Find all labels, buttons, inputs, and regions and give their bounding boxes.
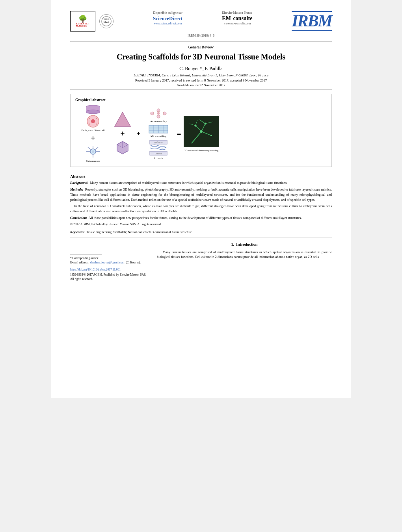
footnote-divider <box>70 254 102 254</box>
svg-point-49 <box>200 130 203 133</box>
copyright: © 2017 AGBM, Published by Elsevier Masso… <box>70 222 332 227</box>
elsevier-tree-icon: 🌳 <box>78 15 87 22</box>
neuron-shape <box>85 145 101 159</box>
auto-assembly-shape <box>148 108 169 119</box>
sciencedirect-logo: ScienceDirect <box>153 15 183 22</box>
svg-point-5 <box>86 110 100 114</box>
background-label: Background: <box>70 181 88 185</box>
embryonic-label: Embryonic Stem cell <box>81 129 104 132</box>
result-label: 3D neuronal tissue engineering <box>184 149 218 152</box>
ga-methods: Auto-assembly Micromolding <box>143 108 174 160</box>
svg-point-50 <box>194 125 196 127</box>
svg-point-7 <box>91 119 95 123</box>
header: 🌳 ELSEVIERMASSON Cross Mark Disponible e… <box>70 11 332 32</box>
micromolding-group: Micromolding <box>148 124 169 138</box>
intro-number: 1. <box>231 242 234 247</box>
micromolding-label: Micromolding <box>151 135 166 138</box>
svg-text:Mark: Mark <box>104 21 110 23</box>
acoustic-group: Reflector Ceramic Acoustic <box>147 139 170 160</box>
background-para: Background: Many human tissues are compr… <box>70 180 332 185</box>
svg-point-8 <box>89 118 90 119</box>
equals-sign: = <box>177 130 181 139</box>
intro-paragraph: Many human tissues are comprised of mult… <box>157 250 332 259</box>
available-info: Available online 22 November 2017 <box>70 83 332 87</box>
elsevier-logo: 🌳 ELSEVIERMASSON <box>70 11 95 32</box>
rats-label: Rats neurons <box>86 159 100 163</box>
plus-sign-1: + <box>91 134 95 142</box>
abstract-text: Background: Many human tissues are compr… <box>70 180 332 226</box>
page: 🌳 ELSEVIERMASSON Cross Mark Disponible e… <box>51 0 351 398</box>
svg-text:Ceramic: Ceramic <box>155 152 162 155</box>
col-right: 1. Introduction Many human tissues are c… <box>157 242 332 282</box>
introduction-title: 1. Introduction <box>157 242 332 247</box>
irbm-logo: IRBM <box>292 11 332 31</box>
em-bar <box>232 16 233 21</box>
plus-sign-2: + <box>120 130 125 137</box>
email-link[interactable]: charlene.bouyer@gmail.com <box>90 261 125 264</box>
irbm-logo-container: IRBM <box>292 11 332 31</box>
result-image <box>184 116 219 147</box>
header-em-consulte: Elsevier Masson France EM consulte www.e… <box>222 11 252 25</box>
email-suffix: (C. Bouyer). <box>126 261 141 264</box>
email-label: E-mail address: <box>70 261 89 264</box>
micromolding-shape <box>148 124 169 134</box>
ga-cells: Embryonic Stem cell + <box>75 105 111 163</box>
svg-marker-20 <box>115 112 130 126</box>
methods-para: Methods: Recently, strategies such as 3D… <box>70 187 332 202</box>
ga-row: Embryonic Stem cell + <box>75 105 327 163</box>
svg-point-29 <box>157 112 160 115</box>
keywords-text: Tissue engineering; Scaffolds; Neural co… <box>86 230 192 234</box>
acoustic-label: Acoustic <box>154 157 164 160</box>
em-consulte-link: www.em-consulte.com <box>222 22 252 25</box>
elsevier-text: ELSEVIERMASSON <box>76 22 89 27</box>
col-left: * Corresponding author. E-mail address: … <box>70 242 149 282</box>
methods-label: Methods: <box>70 187 83 191</box>
keywords-divider <box>70 237 332 237</box>
stem-cell-shape <box>86 115 100 128</box>
footnote-star: * Corresponding author. <box>70 256 149 260</box>
keywords-label: Keywords: <box>70 230 85 234</box>
header-logos-left: 🌳 ELSEVIERMASSON Cross Mark <box>70 11 114 32</box>
plus-sign-3: + <box>137 130 140 137</box>
crossmark-logo: Cross Mark <box>99 14 114 28</box>
intro-title: Introduction <box>236 242 257 247</box>
sciencedirect-link: www.sciencedirect.com <box>153 22 183 25</box>
svg-point-13 <box>92 150 94 153</box>
author-names: C. Bouyer *, F. Padilla <box>179 66 222 71</box>
conclusion-label: Conclusion: <box>70 216 87 220</box>
ga-title: Graphical abstract <box>75 98 327 102</box>
header-divider <box>70 41 332 42</box>
field-para: In the field of neuronal 3D constructs f… <box>70 204 332 214</box>
intro-text: Many human tissues are comprised of mult… <box>157 250 332 260</box>
doi-link[interactable]: https://doi.org/10.1016/j.irbm.2017.11.0… <box>70 268 149 271</box>
prism-shape <box>114 111 131 128</box>
svg-line-19 <box>95 147 98 150</box>
doi-section: https://doi.org/10.1016/j.irbm.2017.11.0… <box>70 268 149 282</box>
field-text: In the field of neuronal 3D constructs f… <box>70 204 332 213</box>
footnote-email: E-mail address: charlene.bouyer@gmail.co… <box>70 260 149 265</box>
svg-point-51 <box>204 123 206 125</box>
svg-point-9 <box>96 118 97 119</box>
conclusion-para: Conclusion: All those possibilities open… <box>70 215 332 221</box>
background-text: Many human tissues are comprised of mult… <box>90 181 288 185</box>
embryonic-group: Embryonic Stem cell <box>81 105 104 132</box>
svg-point-10 <box>89 124 90 125</box>
cube-shape <box>114 139 131 156</box>
journal-info: IRBM 39 (2018) 4–8 <box>70 34 332 37</box>
em-text: EM <box>222 15 231 22</box>
svg-point-52 <box>210 135 212 136</box>
abstract-section: Abstract Background: Many human tissues … <box>70 174 332 226</box>
graphical-abstract: Graphical abstract <box>70 94 332 167</box>
article-divider <box>70 89 332 90</box>
affiliation: LabTAU, INSERM, Centre Léon Bérard, Univ… <box>70 73 332 77</box>
acoustic-shape: Reflector Ceramic <box>147 139 170 156</box>
em-consulte-logo: EM consulte <box>222 15 252 22</box>
abstract-title: Abstract <box>70 174 332 179</box>
auto-assembly-label: Auto-assembly <box>150 120 167 123</box>
svg-point-28 <box>163 112 166 115</box>
header-sciencedirect: Disponible en ligne sur ScienceDirect ww… <box>153 11 183 25</box>
issn-text: 1959-0318/© 2017 AGBM, Published by Else… <box>70 272 149 282</box>
svg-point-26 <box>157 109 160 112</box>
disponible-text: Disponible en ligne sur <box>153 11 183 15</box>
cylinder-shape <box>85 105 101 114</box>
